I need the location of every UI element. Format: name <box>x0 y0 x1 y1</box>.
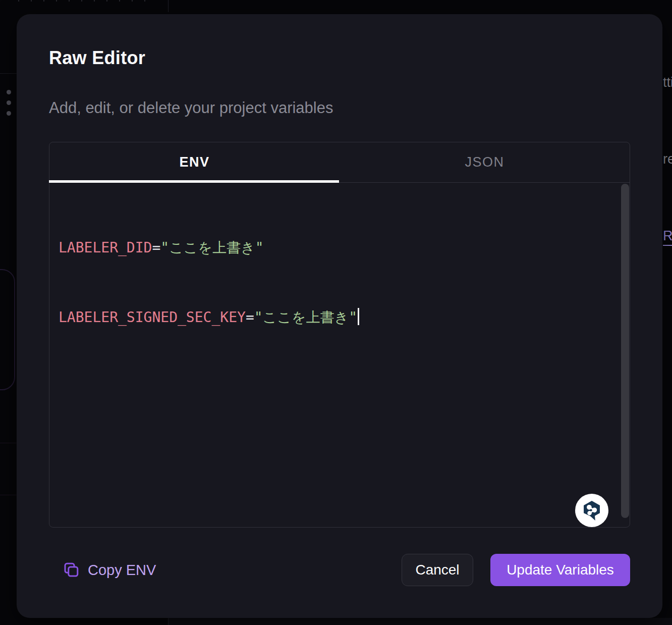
env-value: "ここを上書き" <box>254 309 357 326</box>
update-variables-button[interactable]: Update Variables <box>490 554 630 586</box>
cancel-button[interactable]: Cancel <box>402 554 473 586</box>
copy-env-label: Copy ENV <box>88 562 156 579</box>
variables-editor-panel: ENV JSON LABELER_DID="ここを上書き" LABELER_SI… <box>49 142 630 528</box>
share-bubble-badge-icon <box>581 499 603 522</box>
background-divider-left <box>0 73 17 74</box>
env-equals: = <box>152 239 160 256</box>
background-tick-row <box>18 0 149 2</box>
kebab-menu-icon <box>7 90 11 116</box>
tab-json[interactable]: JSON <box>340 142 630 182</box>
copy-icon <box>62 561 80 579</box>
background-edge-link: R <box>663 228 672 246</box>
background-divider-top <box>168 0 169 12</box>
dialog-title: Raw Editor <box>49 47 145 69</box>
copy-env-button[interactable]: Copy ENV <box>62 558 156 582</box>
text-cursor <box>358 308 359 325</box>
env-line: LABELER_SIGNED_SEC_KEY="ここを上書き" <box>59 306 609 329</box>
env-equals: = <box>246 309 254 326</box>
background-panel-bottom <box>169 618 672 625</box>
raw-editor-dialog: Raw Editor Add, edit, or delete your pro… <box>17 14 662 618</box>
background-edge-text-2: re <box>663 151 672 167</box>
background-line-2 <box>0 495 17 495</box>
tab-env[interactable]: ENV <box>49 142 340 182</box>
env-value: "ここを上書き" <box>160 239 263 256</box>
editor-scrollbar[interactable] <box>621 184 629 518</box>
env-line: LABELER_DID="ここを上書き" <box>59 236 609 259</box>
env-key: LABELER_DID <box>59 239 152 256</box>
extension-badge[interactable] <box>575 494 608 527</box>
env-editor[interactable]: LABELER_DID="ここを上書き" LABELER_SIGNED_SEC_… <box>49 183 630 527</box>
dialog-subtitle: Add, edit, or delete your project variab… <box>49 99 333 117</box>
background-edge-text-1: tti <box>663 75 672 90</box>
background-card-outline <box>0 269 15 390</box>
env-key: LABELER_SIGNED_SEC_KEY <box>59 309 246 326</box>
editor-tab-bar: ENV JSON <box>49 142 630 183</box>
background-line-1 <box>0 443 17 443</box>
